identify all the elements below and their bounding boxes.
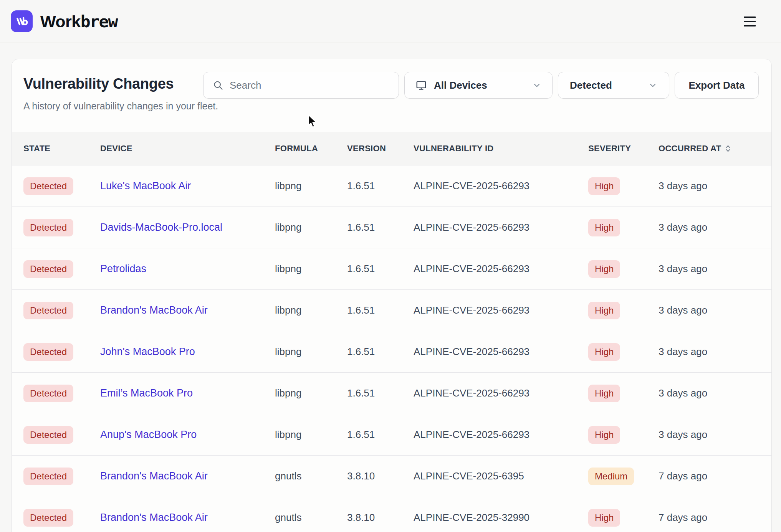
severity-badge: High xyxy=(588,177,620,195)
device-cell: Brandon's MacBook Air xyxy=(100,304,275,316)
device-link[interactable]: Petrolidas xyxy=(100,263,146,274)
state-badge: Detected xyxy=(23,260,73,278)
brand-wordmark: Workbrew xyxy=(40,12,117,31)
formula-cell: libpng xyxy=(275,263,347,275)
severity-badge: High xyxy=(588,343,620,361)
occurred-at-cell: 7 days ago xyxy=(659,512,771,524)
version-cell: 1.6.51 xyxy=(347,263,414,275)
device-link[interactable]: Brandon's MacBook Air xyxy=(100,512,208,523)
formula-cell: libpng xyxy=(275,346,347,358)
vulnerability-id-cell: ALPINE-CVE-2025-66293 xyxy=(414,304,588,316)
occurred-at-cell: 7 days ago xyxy=(659,470,771,482)
device-link[interactable]: Anup's MacBook Pro xyxy=(100,429,197,440)
device-link[interactable]: Brandon's MacBook Air xyxy=(100,470,208,482)
state-cell: Detected xyxy=(23,426,100,444)
severity-badge: High xyxy=(588,426,620,444)
device-cell: Luke's MacBook Air xyxy=(100,180,275,192)
search-input[interactable] xyxy=(230,79,389,91)
column-header-formula: FORMULA xyxy=(275,144,347,154)
chevron-down-icon xyxy=(648,81,657,90)
device-cell: Davids-MacBook-Pro.local xyxy=(100,221,275,233)
state-cell: Detected xyxy=(23,260,100,278)
formula-cell: libpng xyxy=(275,387,347,399)
device-link[interactable]: Davids-MacBook-Pro.local xyxy=(100,221,222,233)
occurred-at-cell: 3 days ago xyxy=(659,429,771,441)
state-cell: Detected xyxy=(23,177,100,195)
search-box[interactable] xyxy=(203,72,399,99)
topbar: Workbrew xyxy=(0,0,781,43)
chevron-down-icon xyxy=(532,81,541,90)
column-header-device: DEVICE xyxy=(100,144,275,154)
occurred-at-cell: 3 days ago xyxy=(659,180,771,192)
device-cell: John's MacBook Pro xyxy=(100,346,275,358)
severity-cell: High xyxy=(588,509,659,527)
severity-badge: High xyxy=(588,509,620,527)
state-badge: Detected xyxy=(23,177,73,195)
version-cell: 1.6.51 xyxy=(347,429,414,441)
vulnerability-id-cell: ALPINE-CVE-2025-6395 xyxy=(414,470,588,482)
version-cell: 1.6.51 xyxy=(347,180,414,192)
formula-cell: libpng xyxy=(275,221,347,233)
severity-cell: High xyxy=(588,385,659,402)
workbrew-logo-icon[interactable] xyxy=(11,10,33,32)
state-badge: Detected xyxy=(23,385,73,402)
version-cell: 1.6.51 xyxy=(347,346,414,358)
state-cell: Detected xyxy=(23,302,100,319)
formula-cell: libpng xyxy=(275,180,347,192)
severity-badge: Medium xyxy=(588,468,634,485)
device-filter-value: All Devices xyxy=(434,79,487,91)
severity-badge: High xyxy=(588,219,620,236)
card-header: Vulnerability Changes A history of vulne… xyxy=(12,59,771,112)
vulnerability-table: STATE DEVICE FORMULA VERSION VULNERABILI… xyxy=(12,132,771,532)
column-header-version: VERSION xyxy=(347,144,414,154)
device-link[interactable]: Brandon's MacBook Air xyxy=(100,304,208,316)
severity-badge: High xyxy=(588,385,620,402)
severity-cell: Medium xyxy=(588,468,659,485)
vulnerability-id-cell: ALPINE-CVE-2025-66293 xyxy=(414,387,588,399)
occurred-at-cell: 3 days ago xyxy=(659,221,771,233)
state-badge: Detected xyxy=(23,302,73,319)
device-link[interactable]: Emil’s MacBook Pro xyxy=(100,387,193,399)
column-header-occurred-at[interactable]: OCCURRED AT xyxy=(659,144,771,154)
device-link[interactable]: John's MacBook Pro xyxy=(100,346,195,357)
hamburger-menu-button[interactable] xyxy=(741,14,758,29)
state-badge: Detected xyxy=(23,509,73,527)
hamburger-icon xyxy=(744,21,756,22)
version-cell: 1.6.51 xyxy=(347,221,414,233)
device-cell: Anup's MacBook Pro xyxy=(100,429,275,441)
state-badge: Detected xyxy=(23,468,73,485)
hamburger-icon xyxy=(744,17,756,18)
device-cell: Brandon's MacBook Air xyxy=(100,512,275,524)
state-filter-dropdown[interactable]: Detected xyxy=(558,72,669,99)
sort-arrows-icon[interactable] xyxy=(725,144,731,153)
monitor-icon xyxy=(415,79,427,91)
column-header-state: STATE xyxy=(23,144,100,154)
occurred-at-cell: 3 days ago xyxy=(659,263,771,275)
table-row: Detected Brandon's MacBook Air gnutls 3.… xyxy=(12,456,771,497)
severity-cell: High xyxy=(588,177,659,195)
formula-cell: gnutls xyxy=(275,512,347,524)
page-subtitle: A history of vulnerability changes in yo… xyxy=(23,100,759,112)
column-header-severity: SEVERITY xyxy=(588,144,659,154)
table-header-row: STATE DEVICE FORMULA VERSION VULNERABILI… xyxy=(12,132,771,165)
device-cell: Brandon's MacBook Air xyxy=(100,470,275,482)
table-row: Detected Brandon's MacBook Air gnutls 3.… xyxy=(12,497,771,532)
formula-cell: libpng xyxy=(275,304,347,316)
severity-cell: High xyxy=(588,302,659,319)
severity-badge: High xyxy=(588,302,620,319)
device-link[interactable]: Luke's MacBook Air xyxy=(100,180,191,192)
export-data-button[interactable]: Export Data xyxy=(675,72,759,99)
brand-wordmark-mono: brew xyxy=(81,12,117,31)
state-cell: Detected xyxy=(23,219,100,236)
table-row: Detected Brandon's MacBook Air libpng 1.… xyxy=(12,290,771,331)
severity-badge: High xyxy=(588,260,620,278)
vulnerability-id-cell: ALPINE-CVE-2025-66293 xyxy=(414,346,588,358)
column-header-vulnerability-id: VULNERABILITY ID xyxy=(414,144,588,154)
toolbar-controls: All Devices Detected Export Data xyxy=(203,72,759,99)
device-filter-dropdown[interactable]: All Devices xyxy=(404,72,553,99)
severity-cell: High xyxy=(588,219,659,236)
device-cell: Emil’s MacBook Pro xyxy=(100,387,275,399)
state-badge: Detected xyxy=(23,219,73,236)
version-cell: 3.8.10 xyxy=(347,512,414,524)
table-row: Detected Emil’s MacBook Pro libpng 1.6.5… xyxy=(12,373,771,414)
